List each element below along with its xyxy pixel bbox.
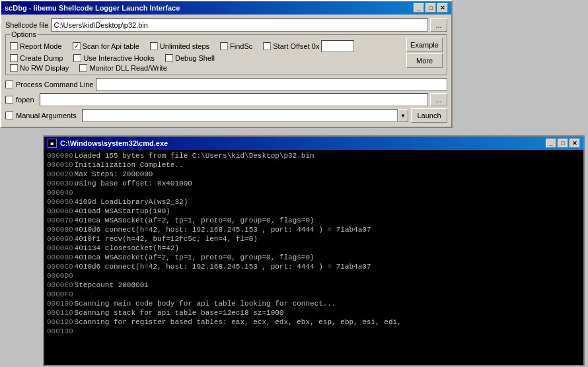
cmd-maximize-button[interactable]: □ <box>558 139 568 148</box>
scan-api-option: Scan for Api table <box>73 42 139 50</box>
main-title: scDbg - libemu Shellcode Logger Launch I… <box>5 4 180 12</box>
start-offset-option: Start Offset 0x <box>263 40 354 52</box>
launch-button[interactable]: Launch <box>411 108 447 123</box>
unlimited-option: Unlimited steps <box>150 42 209 50</box>
cmd-content-wrapper: 000000 000010 000020 000030 000040 00005… <box>47 151 581 364</box>
addr-f: 0000F0 <box>47 290 73 299</box>
cmd-title-left: ■ C:\Windows\system32\cmd.exe <box>48 139 168 148</box>
offset-input[interactable] <box>321 40 354 52</box>
scan-api-checkbox[interactable] <box>73 42 81 50</box>
process-cmd-input[interactable] <box>96 78 447 91</box>
shellcode-file-input[interactable] <box>51 18 428 32</box>
output-line-8: 4010d6 connect(h=42, host: 192.168.245.1… <box>75 225 581 234</box>
main-title-bar: scDbg - libemu Shellcode Logger Launch I… <box>1 1 451 15</box>
title-bar-buttons: _ □ ✕ <box>414 3 448 13</box>
findsc-option: FindSc <box>220 42 252 50</box>
addr-b: 0000B0 <box>47 253 73 262</box>
output-line-10: 401134 closesocket(h=42) <box>75 244 581 253</box>
output-line-1: Initialization Complete.. <box>75 160 581 170</box>
manual-args-checkbox[interactable] <box>5 112 13 119</box>
scan-api-label: Scan for Api table <box>83 42 139 50</box>
fopen-input[interactable] <box>40 93 428 106</box>
combo-arrow-icon[interactable]: ▼ <box>398 109 408 122</box>
options-legend: Options <box>10 30 38 38</box>
address-column: 000000 000010 000020 000030 000040 00005… <box>47 151 73 364</box>
output-line-15 <box>75 290 581 299</box>
output-line-3: Using base offset: 0x401000 <box>75 179 581 188</box>
output-line-0: Loaded 155 bytes from file C:\Users\kid\… <box>75 151 581 160</box>
addr-100: 000100 <box>47 299 73 308</box>
cmd-body: 000000 000010 000020 000030 000040 00005… <box>44 150 583 365</box>
options-row2: Create Dump Use Interactive Hooks Debug … <box>10 54 404 62</box>
shellcode-file-row: Shellcode file ... <box>5 18 447 32</box>
addr-8: 000080 <box>47 225 73 234</box>
addr-a: 0000A0 <box>47 244 73 253</box>
shellcode-browse-button[interactable]: ... <box>430 18 447 32</box>
start-offset-checkbox[interactable] <box>263 42 271 50</box>
unlimited-checkbox[interactable] <box>150 42 158 50</box>
output-line-14: Stepcount 2000001 <box>75 281 581 290</box>
fopen-label: fopen <box>16 96 34 104</box>
options-row3: No RW Display Monitor DLL Read/Write <box>10 64 404 72</box>
cmd-title-buttons: _ □ ✕ <box>546 139 580 148</box>
start-offset-label: Start Offset 0x <box>273 42 319 50</box>
cmd-icon: ■ <box>48 139 57 148</box>
output-line-18: Scanning for register based tables: eax,… <box>75 317 581 327</box>
addr-7: 000070 <box>47 216 73 225</box>
output-column: Loaded 155 bytes from file C:\Users\kid\… <box>75 151 581 364</box>
addr-4: 000040 <box>47 188 73 197</box>
more-button[interactable]: More <box>406 53 443 68</box>
addr-2: 000020 <box>47 170 73 179</box>
output-line-2: Max Steps: 2000000 <box>75 170 581 179</box>
example-button[interactable]: Example <box>406 38 443 52</box>
report-mode-option: Report Mode <box>10 42 62 50</box>
monitor-dll-option: Monitor DLL Read/Write <box>79 64 166 72</box>
create-dump-option: Create Dump <box>10 54 63 62</box>
minimize-button[interactable]: _ <box>414 3 424 13</box>
no-rw-checkbox[interactable] <box>10 64 18 72</box>
addr-130: 000130 <box>47 327 73 336</box>
report-mode-checkbox[interactable] <box>10 42 18 50</box>
process-cmd-row: Process Command Line <box>5 78 447 91</box>
output-line-11: 4010ca WSASocket(af=2, tp=1, proto=0, gr… <box>75 253 581 262</box>
fopen-checkbox[interactable] <box>5 96 13 104</box>
process-cmd-checkbox[interactable] <box>5 81 13 88</box>
monitor-dll-label: Monitor DLL Read/Write <box>89 64 166 72</box>
output-line-5: 4109d LoadLibraryA(ws2_32) <box>75 197 581 207</box>
no-rw-option: No RW Display <box>10 64 69 72</box>
output-line-6: 4010ad WSAStartup(190) <box>75 207 581 216</box>
output-line-12: 4010d6 connect(h=42, host: 192.168.245.1… <box>75 262 581 271</box>
window-body: Shellcode file ... Options Report Mode S… <box>1 15 451 127</box>
addr-3: 000030 <box>47 179 73 188</box>
interactive-checkbox[interactable] <box>73 54 81 62</box>
options-row1: Report Mode Scan for Api table Unlimited… <box>10 40 404 52</box>
cmd-close-button[interactable]: ✕ <box>570 139 580 148</box>
monitor-dll-checkbox[interactable] <box>79 64 87 72</box>
manual-args-input[interactable] <box>82 109 398 122</box>
debug-shell-option: Debug Shell <box>165 54 215 62</box>
close-button[interactable]: ✕ <box>437 3 448 13</box>
output-line-17: Scanning stack for api table base=12ec18… <box>75 308 581 317</box>
addr-1: 000010 <box>47 160 73 170</box>
output-line-9: 4010f1 recv(h=42, buf=12fc5c, len=4, fl=… <box>75 234 581 244</box>
create-dump-checkbox[interactable] <box>10 54 18 62</box>
main-window: scDbg - libemu Shellcode Logger Launch I… <box>0 0 453 128</box>
addr-e: 0000E0 <box>47 281 73 290</box>
report-mode-label: Report Mode <box>20 42 62 50</box>
cmd-title: C:\Windows\system32\cmd.exe <box>60 139 168 147</box>
right-buttons: Example More <box>406 38 443 68</box>
cmd-minimize-button[interactable]: _ <box>546 139 556 148</box>
fopen-browse-button[interactable]: ... <box>430 93 447 106</box>
addr-120: 000120 <box>47 317 73 327</box>
unlimited-label: Unlimited steps <box>160 42 209 50</box>
addr-6: 000060 <box>47 207 73 216</box>
output-line-4 <box>75 188 581 197</box>
output-line-13 <box>75 271 581 281</box>
shellcode-file-label: Shellcode file <box>5 21 48 29</box>
findsc-label: FindSc <box>230 42 252 50</box>
maximize-button[interactable]: □ <box>425 3 436 13</box>
addr-c: 0000C0 <box>47 262 73 271</box>
cmd-title-bar: ■ C:\Windows\system32\cmd.exe _ □ ✕ <box>44 137 583 150</box>
findsc-checkbox[interactable] <box>220 42 228 50</box>
debug-shell-checkbox[interactable] <box>165 54 173 62</box>
